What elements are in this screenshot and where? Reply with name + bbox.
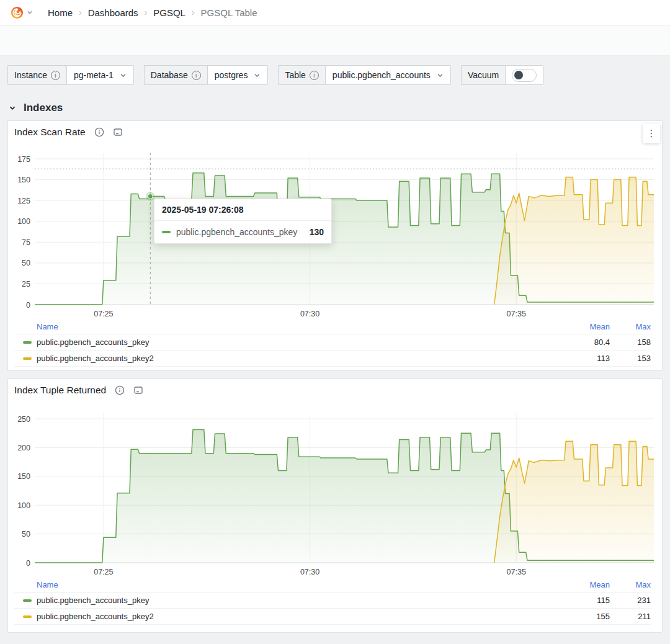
database-dropdown[interactable]: postgres xyxy=(207,65,269,85)
svg-text:150: 150 xyxy=(17,176,30,184)
legend-header-name[interactable]: Name xyxy=(14,322,554,331)
legend-row: public.pgbench_accounts_pkey2 113 153 xyxy=(14,351,651,367)
toggle-knob xyxy=(514,71,523,79)
legend-max-value: 211 xyxy=(610,612,651,621)
legend-mean-value: 155 xyxy=(554,612,610,621)
tooltip-series-name: public.pgbench_accounts_pkey xyxy=(176,227,304,237)
table-label: Table i xyxy=(278,65,324,85)
info-icon[interactable]: i xyxy=(310,71,319,80)
timeseries-chart-scan-rate[interactable]: 025507510012515017507:2507:3007:35 2025-… xyxy=(8,143,662,320)
svg-text:0: 0 xyxy=(26,559,30,568)
legend-series-name[interactable]: public.pgbench_accounts_pkey xyxy=(37,338,554,347)
svg-text:75: 75 xyxy=(22,238,30,247)
svg-text:07:30: 07:30 xyxy=(300,568,319,576)
legend-max-value: 231 xyxy=(610,596,651,605)
section-title: Indexes xyxy=(24,102,63,114)
vacuum-label: Vacuum xyxy=(461,65,505,85)
panel-title[interactable]: Index Scan Rate xyxy=(14,127,86,138)
tooltip-timestamp: 2025-05-19 07:26:08 xyxy=(154,199,331,221)
database-selected-value: postgres xyxy=(215,70,248,80)
vacuum-variable: Vacuum xyxy=(461,65,543,85)
legend-row: public.pgbench_accounts_pkey 115 231 xyxy=(14,593,651,609)
breadcrumb-separator-icon: › xyxy=(79,7,82,17)
chevron-down-icon xyxy=(437,72,444,79)
legend-header-max[interactable]: Max xyxy=(610,580,651,589)
database-label: Database i xyxy=(144,65,207,85)
legend-series-name[interactable]: public.pgbench_accounts_pkey2 xyxy=(37,612,554,621)
vacuum-toggle[interactable] xyxy=(512,69,537,82)
table-selected-value: public.pgbench_accounts xyxy=(333,70,431,80)
dashboard-controls-strip xyxy=(0,25,670,56)
legend-max-value: 153 xyxy=(610,354,651,363)
svg-text:25: 25 xyxy=(22,280,30,288)
legend-table: Name Mean Max public.pgbench_accounts_pk… xyxy=(8,578,662,630)
chart-tooltip: 2025-05-19 07:26:08 public.pgbench_accou… xyxy=(154,199,332,244)
chevron-down-icon xyxy=(27,9,33,16)
series-swatch xyxy=(23,615,32,618)
breadcrumb-home[interactable]: Home xyxy=(48,7,73,18)
legend-series-name[interactable]: public.pgbench_accounts_pkey2 xyxy=(37,354,554,363)
variable-filter-bar: Instance i pg-meta-1 Database i postgres… xyxy=(0,56,670,85)
database-label-text: Database xyxy=(151,70,188,80)
svg-text:07:35: 07:35 xyxy=(507,568,526,576)
svg-text:200: 200 xyxy=(17,444,30,452)
series-swatch xyxy=(23,357,32,360)
panel-description-icon[interactable] xyxy=(113,127,123,137)
table-variable: Table i public.pgbench_accounts xyxy=(278,65,450,85)
chevron-down-icon xyxy=(254,72,261,79)
panel-info-icon[interactable] xyxy=(94,127,104,137)
svg-text:150: 150 xyxy=(17,472,30,481)
panel-index-tuple-returned: Index Tuple Returned 05010015020025007:2… xyxy=(7,378,663,633)
indexes-section-header[interactable]: Indexes xyxy=(0,85,670,120)
panel-header: Index Tuple Returned xyxy=(8,379,662,401)
vacuum-toggle-box xyxy=(505,65,543,85)
panel-title[interactable]: Index Tuple Returned xyxy=(14,385,106,396)
panel-description-icon[interactable] xyxy=(133,385,143,395)
info-icon[interactable]: i xyxy=(51,71,60,80)
instance-dropdown[interactable]: pg-meta-1 xyxy=(66,65,134,85)
breadcrumb-pgsql[interactable]: PGSQL xyxy=(153,7,185,18)
instance-label-text: Instance xyxy=(14,70,47,80)
legend-mean-value: 80.4 xyxy=(554,338,610,347)
legend-series-name[interactable]: public.pgbench_accounts_pkey xyxy=(37,596,554,605)
instance-selected-value: pg-meta-1 xyxy=(74,70,114,80)
breadcrumb-separator-icon: › xyxy=(192,7,195,17)
svg-text:07:30: 07:30 xyxy=(300,310,319,318)
vacuum-label-text: Vacuum xyxy=(468,70,499,80)
svg-text:0: 0 xyxy=(26,301,30,310)
info-icon[interactable]: i xyxy=(192,71,201,80)
legend-header-name[interactable]: Name xyxy=(14,580,554,589)
svg-text:07:25: 07:25 xyxy=(94,310,113,318)
instance-variable: Instance i pg-meta-1 xyxy=(7,65,134,85)
breadcrumb-separator-icon: › xyxy=(145,7,148,17)
svg-text:07:35: 07:35 xyxy=(507,310,526,318)
series-swatch xyxy=(23,341,32,344)
section-chevron-down-icon xyxy=(9,104,16,112)
grafana-logo-icon xyxy=(10,6,24,20)
svg-text:07:25: 07:25 xyxy=(94,568,113,576)
legend-header-mean[interactable]: Mean xyxy=(554,580,610,589)
legend-header-max[interactable]: Max xyxy=(610,322,651,331)
tooltip-series-value: 130 xyxy=(310,227,324,237)
panel-header: Index Scan Rate xyxy=(8,121,662,143)
timeseries-chart-tuple-returned[interactable]: 05010015020025007:2507:3007:35 xyxy=(8,401,662,578)
legend-table: Name Mean Max public.pgbench_accounts_pk… xyxy=(8,320,662,372)
legend-row: public.pgbench_accounts_pkey2 155 211 xyxy=(14,609,651,625)
legend-header-mean[interactable]: Mean xyxy=(554,322,610,331)
svg-text:125: 125 xyxy=(17,197,30,205)
instance-label: Instance i xyxy=(7,65,66,85)
breadcrumb: Home › Dashboards › PGSQL › PGSQL Table xyxy=(48,7,257,18)
chevron-down-icon xyxy=(120,72,127,79)
svg-text:250: 250 xyxy=(17,415,30,424)
panel-info-icon[interactable] xyxy=(115,385,125,395)
breadcrumb-current-page: PGSQL Table xyxy=(201,7,257,18)
grafana-logo-button[interactable] xyxy=(7,4,35,21)
svg-text:50: 50 xyxy=(22,530,30,539)
legend-mean-value: 113 xyxy=(554,354,610,363)
panel-menu-kebab-icon[interactable]: ⋮ xyxy=(643,123,660,143)
table-label-text: Table xyxy=(285,70,305,80)
breadcrumb-dashboards[interactable]: Dashboards xyxy=(88,7,138,18)
table-dropdown[interactable]: public.pgbench_accounts xyxy=(325,65,451,85)
legend-row: public.pgbench_accounts_pkey 80.4 158 xyxy=(14,334,651,351)
panel-index-scan-rate: Index Scan Rate ⋮ 025507510012515017507:… xyxy=(7,120,663,371)
